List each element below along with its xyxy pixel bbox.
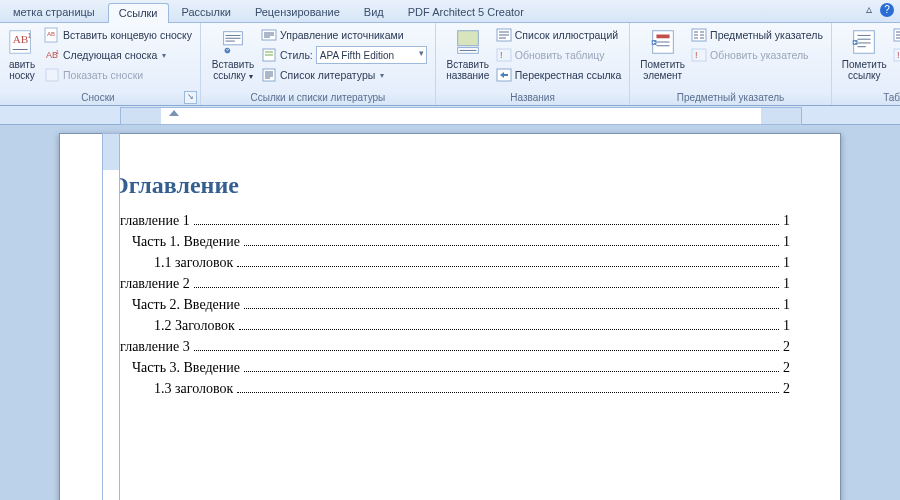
show-notes-button[interactable]: Показать сноски (42, 65, 194, 85)
svg-text:!: ! (500, 50, 503, 60)
minimize-ribbon-icon[interactable]: ▵ (862, 3, 876, 17)
toc-body: Оглавление 11Часть 1. Введение11.1 загол… (110, 213, 790, 397)
mark-entry-label-2: элемент (643, 70, 682, 81)
group-citations: Вставить ссылку ▾ Управление источниками… (201, 23, 436, 105)
svg-text:!: ! (897, 50, 900, 60)
toc-entry-text: 1.3 заголовок (154, 381, 233, 397)
toc-entry-page: 1 (783, 318, 790, 334)
insert-toa-button[interactable]: Таблица ссылок (891, 25, 900, 45)
mark-citation-label-1: Пометить (842, 59, 887, 70)
toc-entry[interactable]: 1.3 заголовок2 (110, 381, 790, 397)
toc-entry-page: 2 (783, 381, 790, 397)
svg-rect-20 (656, 35, 669, 39)
bibliography-button[interactable]: Список литературы▾ (259, 65, 429, 85)
toc-entry-text: Часть 1. Введение (132, 234, 240, 250)
manage-sources-button[interactable]: Управление источниками (259, 25, 429, 45)
toc-entry[interactable]: Часть 1. Введение1 (110, 234, 790, 250)
toc-entry[interactable]: Оглавление 32 (110, 339, 790, 355)
ruler-indent-marker[interactable] (169, 110, 179, 116)
toc-entry-text: Оглавление 3 (110, 339, 190, 355)
show-notes-icon (44, 67, 60, 83)
insert-caption-label-1: Вставить (447, 59, 489, 70)
toc-entry[interactable]: Часть 3. Введение2 (110, 360, 790, 376)
svg-rect-13 (457, 31, 478, 46)
table-of-figures-button[interactable]: Список иллюстраций (494, 25, 623, 45)
insert-citation-label-1: Вставить (212, 59, 254, 70)
update-toa-button[interactable]: ! Обновить таблицу (891, 45, 900, 65)
insert-caption-button[interactable]: Вставить название (442, 25, 494, 83)
toc-entry-page: 2 (783, 360, 790, 376)
insert-caption-label-2: название (446, 70, 489, 81)
group-footnotes-label: Сноски (81, 92, 114, 103)
tab-mailings[interactable]: Рассылки (171, 2, 242, 22)
toc-entry[interactable]: Часть 2. Введение1 (110, 297, 790, 313)
toc-entry[interactable]: Оглавление 11 (110, 213, 790, 229)
caption-icon (453, 27, 483, 57)
insert-endnote-button[interactable]: AB Вставить концевую сноску (42, 25, 194, 45)
toc-leader-dots (244, 308, 779, 309)
insert-footnote-button[interactable]: AB1 авить носку (2, 25, 42, 83)
ribbon: AB1 авить носку AB Вставить концевую сно… (0, 23, 900, 106)
insert-footnote-label-1: авить (9, 59, 35, 70)
document-page[interactable]: Оглавление Оглавление 11Часть 1. Введени… (59, 133, 841, 500)
toc-entry-text: Оглавление 1 (110, 213, 190, 229)
toc-leader-dots (237, 266, 779, 267)
vertical-ruler[interactable] (102, 133, 120, 500)
toc-entry-text: Оглавление 2 (110, 276, 190, 292)
list-of-figures-icon (496, 27, 512, 43)
ribbon-tabstrip: метка страницы Ссылки Рассылки Рецензиро… (0, 0, 900, 23)
ruler-right-margin (761, 108, 801, 124)
mark-citation-button[interactable]: Пометить ссылку (838, 25, 891, 83)
tab-review[interactable]: Рецензирование (244, 2, 351, 22)
toc-leader-dots (194, 224, 779, 225)
toc-entry-text: Часть 2. Введение (132, 297, 240, 313)
next-footnote-button[interactable]: AB1 Следующая сноска▾ (42, 45, 194, 65)
toc-entry-page: 1 (783, 234, 790, 250)
svg-text:1: 1 (28, 32, 32, 39)
toc-entry-page: 1 (783, 297, 790, 313)
group-authorities-label: Таблица ссылок (838, 92, 900, 105)
help-icon[interactable]: ? (880, 3, 894, 17)
tab-pdf-architect[interactable]: PDF Architect 5 Creator (397, 2, 535, 22)
index-icon (691, 27, 707, 43)
mark-citation-icon (849, 27, 879, 57)
group-index: Пометить элемент Предметный указатель ! … (630, 23, 832, 105)
citation-icon (218, 27, 248, 57)
group-authorities: Пометить ссылку Таблица ссылок ! Обновит… (832, 23, 900, 105)
mark-citation-label-2: ссылку (848, 70, 881, 81)
insert-citation-label-2: ссылку (213, 70, 246, 81)
svg-text:AB: AB (47, 31, 55, 37)
update-table-of-figures-button[interactable]: ! Обновить таблицу (494, 45, 623, 65)
toa-icon (893, 27, 900, 43)
mark-index-entry-button[interactable]: Пометить элемент (636, 25, 689, 83)
group-captions-label: Названия (442, 92, 623, 105)
toc-entry[interactable]: 1.1 заголовок1 (110, 255, 790, 271)
group-captions: Вставить название Список иллюстраций ! О… (436, 23, 630, 105)
ruler-left-margin (121, 108, 161, 124)
group-footnotes: AB1 авить носку AB Вставить концевую сно… (0, 23, 201, 105)
tab-references[interactable]: Ссылки (108, 3, 169, 23)
vruler-top-margin (103, 134, 119, 170)
toc-entry-text: 1.1 заголовок (154, 255, 233, 271)
toc-entry[interactable]: 1.2 Заголовок1 (110, 318, 790, 334)
footnotes-launcher[interactable]: ↘ (184, 91, 197, 104)
ruler-area (0, 106, 900, 125)
cross-reference-button[interactable]: Перекрестная ссылка (494, 65, 623, 85)
tab-view[interactable]: Вид (353, 2, 395, 22)
toc-entry-page: 1 (783, 276, 790, 292)
horizontal-ruler[interactable] (120, 107, 802, 125)
insert-footnote-label-2: носку (9, 70, 35, 81)
next-footnote-icon: AB1 (44, 47, 60, 63)
toc-entry-text: 1.2 Заголовок (154, 318, 235, 334)
style-label: Стиль: (280, 49, 313, 61)
tab-page-layout[interactable]: метка страницы (2, 2, 106, 22)
citation-style-combo[interactable]: APA Fifth Edition (316, 46, 427, 64)
toc-entry[interactable]: Оглавление 21 (110, 276, 790, 292)
toc-leader-dots (244, 245, 779, 246)
group-index-label: Предметный указатель (636, 92, 825, 105)
insert-citation-button[interactable]: Вставить ссылку ▾ (207, 25, 259, 84)
toc-entry-text: Часть 3. Введение (132, 360, 240, 376)
update-index-button[interactable]: ! Обновить указатель (689, 45, 825, 65)
update-toa-icon: ! (893, 47, 900, 63)
insert-index-button[interactable]: Предметный указатель (689, 25, 825, 45)
